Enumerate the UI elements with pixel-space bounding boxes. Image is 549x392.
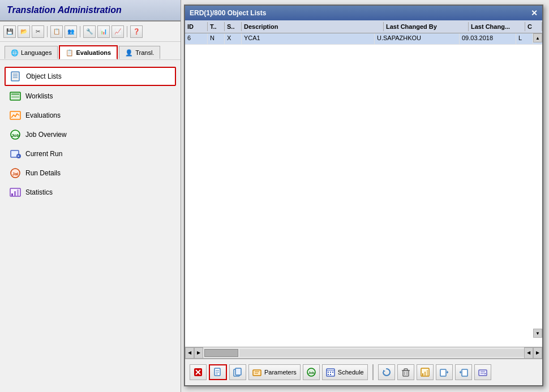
footer-sep-1 <box>372 364 374 380</box>
tab-transl[interactable]: 👤 Transl. <box>119 46 160 59</box>
svg-rect-49 <box>427 370 428 376</box>
cell-c: L <box>516 33 533 44</box>
toolbar-sep-3 <box>127 26 127 37</box>
hscroll-bar[interactable]: ◀ ▶ ◀ ▶ <box>185 347 542 358</box>
hscroll-right[interactable]: ▶ <box>194 347 203 359</box>
svg-rect-48 <box>424 372 426 376</box>
cell-t: N <box>208 33 225 44</box>
svg-rect-28 <box>253 370 261 376</box>
svg-text:Jal: Jal <box>12 171 18 176</box>
scroll-down-arrow[interactable]: ▼ <box>533 329 542 338</box>
svg-rect-47 <box>422 373 423 376</box>
svg-rect-41 <box>403 371 409 376</box>
col-c: C <box>525 22 542 31</box>
scroll-up-arrow[interactable]: ▲ <box>533 33 542 42</box>
transl-icon: 👤 <box>125 49 133 57</box>
toolbar-btn-9[interactable]: ❓ <box>130 25 143 38</box>
nav-item-object-lists[interactable]: Object Lists <box>5 67 176 86</box>
evaluations-tab-icon: 📋 <box>66 49 74 57</box>
cell-s: X <box>225 33 242 44</box>
cell-description: YCA1 <box>242 33 375 44</box>
parameters-button[interactable]: Parameters <box>248 364 301 380</box>
delete-icon <box>194 368 203 377</box>
grid-header: ID T.. S.. Description Last Changed By L… <box>185 20 542 33</box>
table-row[interactable]: 6 N X YCA1 U.SAPAZHKOU 09.03.2018 L <box>185 33 542 45</box>
svg-marker-40 <box>383 370 385 372</box>
svg-text:Job: Job <box>308 371 315 374</box>
dialog-titlebar: ERD(1)/800 Object Lists ✕ <box>185 6 542 20</box>
col-t: T.. <box>208 22 225 31</box>
new-document-button[interactable] <box>209 364 227 380</box>
dialog-title: ERD(1)/800 Object Lists <box>190 9 266 17</box>
params-icon <box>252 368 261 377</box>
chart-button[interactable] <box>417 364 434 380</box>
chart-icon <box>421 368 430 377</box>
col-id: ID <box>185 22 208 31</box>
refresh-icon <box>382 368 391 377</box>
refresh-button[interactable] <box>378 364 395 380</box>
nav-item-job-overview[interactable]: Job Job Overview <box>5 126 176 144</box>
left-panel: Translation Administration 💾 📂 ✂ 📋 👥 🔧 📊… <box>0 0 181 392</box>
export-icon <box>440 368 449 377</box>
schedule-button[interactable]: Schedule <box>322 364 368 380</box>
toolbar-sep-1 <box>47 26 48 37</box>
toolbar-btn-4[interactable]: 📋 <box>50 25 63 38</box>
cell-changed-by: U.SAPAZHKOU <box>375 33 460 44</box>
nav-item-worklists[interactable]: Worklists <box>5 87 176 105</box>
toolbar-btn-1[interactable]: 💾 <box>3 25 16 38</box>
trash-icon <box>401 368 410 377</box>
hscroll-track <box>239 349 524 357</box>
toolbar-btn-2[interactable]: 📂 <box>18 25 30 38</box>
svg-rect-35 <box>328 372 329 373</box>
nav-item-current-run[interactable]: Current Run <box>5 145 176 163</box>
svg-rect-53 <box>462 369 467 376</box>
dialog-footer: Parameters Job Schedule <box>185 358 542 385</box>
tab-languages[interactable]: 🌐 Languages <box>5 46 58 59</box>
main-toolbar: 💾 📂 ✂ 📋 👥 🔧 📊 📈 ❓ <box>0 21 181 42</box>
copy-button[interactable] <box>229 364 246 380</box>
hscroll-far-left[interactable]: ◀ <box>524 347 533 359</box>
svg-text:Job: Job <box>11 133 19 138</box>
svg-rect-16 <box>11 193 13 196</box>
nav-item-statistics[interactable]: Statistics <box>5 183 176 201</box>
run-details-icon: Jal <box>10 167 21 179</box>
delete-button[interactable] <box>190 364 207 380</box>
col-changed-date: Last Chang... <box>469 22 525 31</box>
hscroll-left[interactable]: ◀ <box>185 347 194 359</box>
nav-item-run-details[interactable]: Jal Run Details <box>5 164 176 182</box>
new-document-icon <box>213 368 222 377</box>
nav-item-evaluations[interactable]: Evaluations <box>5 106 176 124</box>
svg-rect-5 <box>11 93 19 95</box>
job-button[interactable]: Job <box>303 364 320 380</box>
trash-button[interactable] <box>397 364 414 380</box>
cell-changed-date: 09.03.2018 <box>460 33 516 44</box>
languages-icon: 🌐 <box>11 49 19 57</box>
toolbar-btn-6[interactable]: 🔧 <box>83 25 96 38</box>
statistics-icon <box>10 187 21 198</box>
tabs-bar: 🌐 Languages 📋 Evaluations 👤 Transl. <box>0 42 181 60</box>
grid-body[interactable]: ▲ 6 N X YCA1 U.SAPAZHKOU 09.03.2018 L ▼ <box>185 33 542 347</box>
tab-evaluations[interactable]: 📋 Evaluations <box>59 45 118 59</box>
schedule-icon <box>326 368 335 377</box>
current-run-icon <box>10 148 21 160</box>
export-button[interactable] <box>436 364 453 380</box>
svg-marker-55 <box>460 371 461 374</box>
toolbar-btn-3[interactable]: ✂ <box>32 25 44 38</box>
toolbar-btn-8[interactable]: 📈 <box>111 25 124 38</box>
toolbar-btn-5[interactable]: 👥 <box>65 25 77 38</box>
svg-rect-17 <box>14 191 16 196</box>
dialog-content: ID T.. S.. Description Last Changed By L… <box>185 20 542 358</box>
svg-rect-50 <box>440 369 446 376</box>
dialog-close-button[interactable]: ✕ <box>531 8 538 18</box>
dialog-panel: ERD(1)/800 Object Lists ✕ ID T.. S.. Des… <box>184 5 543 386</box>
import-button[interactable] <box>455 364 472 380</box>
svg-rect-56 <box>479 370 487 376</box>
evaluations-nav-icon <box>10 110 21 121</box>
hscroll-thumb[interactable] <box>204 349 238 357</box>
hscroll-far-right[interactable]: ▶ <box>533 347 542 359</box>
svg-rect-43 <box>404 369 408 371</box>
col-s: S.. <box>225 22 242 31</box>
toolbar-btn-7[interactable]: 📊 <box>97 25 110 38</box>
svg-rect-6 <box>11 96 19 98</box>
more-button[interactable] <box>474 364 491 380</box>
